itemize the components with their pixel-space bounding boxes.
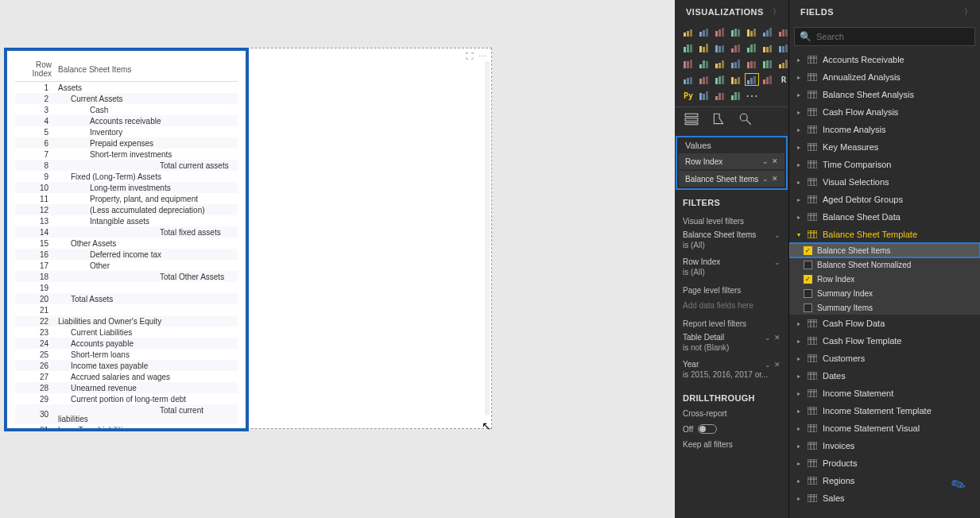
table-row[interactable]: 2Current Assets	[15, 93, 238, 104]
table-row[interactable]: 11Property, plant, and equipment	[15, 193, 238, 204]
table-row[interactable]: 3Cash	[15, 104, 238, 115]
viz-type-line-stacked-icon[interactable]	[729, 41, 743, 54]
field-table-aged-debtor-groups[interactable]: ▸Aged Debtor Groups	[789, 191, 980, 208]
chevron-down-icon[interactable]: ⌄	[762, 175, 769, 183]
expand-icon[interactable]: ▸	[796, 144, 802, 151]
expand-icon[interactable]: ▸	[796, 355, 802, 362]
field-table-sales[interactable]: ▸Sales	[789, 489, 980, 507]
viz-type-qa-icon[interactable]	[729, 89, 743, 102]
viz-type-donut-icon[interactable]	[697, 57, 711, 70]
table-row[interactable]: 25Short-term loans	[15, 349, 238, 360]
field-checkbox[interactable]	[804, 261, 812, 269]
table-row[interactable]: 4Accounts receivable	[15, 115, 238, 126]
field-table-cash-flow-template[interactable]: ▸Cash Flow Template	[789, 332, 980, 350]
table-row[interactable]: 18Total Other Assets	[15, 271, 238, 282]
expand-icon[interactable]: ▸	[796, 320, 802, 327]
filter-table-detail[interactable]: Table Detail ⌄✕	[675, 330, 788, 343]
field-column-row-index[interactable]: ✓Row Index	[789, 272, 980, 286]
viz-type-line-clustered-icon[interactable]	[713, 41, 727, 54]
viz-type-py-icon[interactable]: Py	[681, 89, 695, 102]
viz-type-card-icon[interactable]	[681, 73, 695, 86]
field-checkbox[interactable]: ✓	[804, 246, 812, 255]
well-item-balance-sheet-items[interactable]: Balance Sheet Items ⌄✕	[679, 171, 784, 187]
expand-icon[interactable]: ▸	[796, 91, 802, 99]
field-table-income-statement[interactable]: ▸Income Statement	[789, 385, 980, 402]
table-row[interactable]: 17Other	[15, 260, 238, 271]
field-table-visual-selections[interactable]: ▸Visual Selections	[789, 173, 980, 191]
table-row[interactable]: 13Intangible assets	[15, 215, 238, 226]
field-table-dates[interactable]: ▸Dates	[789, 367, 980, 385]
viz-type-kpi-icon[interactable]	[713, 73, 727, 86]
expand-icon[interactable]: ▸	[796, 390, 802, 397]
chevron-down-icon[interactable]: ⌄	[765, 361, 771, 369]
filter-year[interactable]: Year ⌄✕	[675, 357, 788, 370]
filter-row-index[interactable]: Row Index ⌄	[675, 254, 788, 268]
field-table-cash-flow-analysis[interactable]: ▸Cash Flow Analysis	[789, 103, 980, 121]
field-table-accounts-receivable[interactable]: ▸Accounts Receivable	[789, 51, 980, 68]
expand-icon[interactable]: ▸	[796, 425, 802, 432]
table-row[interactable]: 29Current portion of long-term debt	[15, 393, 238, 404]
field-table-balance-sheet-template[interactable]: ▾Balance Sheet Template	[789, 226, 980, 243]
field-table-annualized-analysis[interactable]: ▸Annualized Analysis	[789, 68, 980, 86]
field-checkbox[interactable]: ✓	[804, 275, 812, 284]
add-page-filter-placeholder[interactable]: Add data fields here	[675, 296, 788, 315]
field-table-income-analysis[interactable]: ▸Income Analysis	[789, 121, 980, 138]
field-table-time-comparison[interactable]: ▸Time Comparison	[789, 156, 980, 173]
column-header-row-index[interactable]: Row Index	[15, 57, 55, 82]
table-row[interactable]: 28Unearned revenue	[15, 382, 238, 393]
table-row[interactable]: 6Prepaid expenses	[15, 137, 238, 149]
expand-icon[interactable]: ▸	[796, 408, 802, 415]
table-row[interactable]: 15Other Assets	[15, 238, 238, 249]
table-row[interactable]: 5Inventory	[15, 126, 238, 137]
table-row[interactable]: 21	[15, 304, 238, 315]
viz-type-funnel-icon[interactable]	[761, 57, 775, 70]
field-table-balance-sheet-data[interactable]: ▸Balance Sheet Data	[789, 208, 980, 226]
field-table-balance-sheet-analysis[interactable]: ▸Balance Sheet Analysis	[789, 86, 980, 103]
expand-icon[interactable]: ▸	[796, 477, 802, 485]
expand-icon[interactable]: ▸	[796, 495, 802, 502]
viz-type-line-icon[interactable]	[777, 25, 789, 38]
table-row[interactable]: 31Long-Term Liabilities	[15, 424, 238, 428]
viz-type-clustered-bar-icon[interactable]	[697, 25, 711, 38]
chevron-down-icon[interactable]: ⌄	[762, 157, 769, 165]
expand-icon[interactable]: ▸	[796, 109, 802, 116]
more-options-icon[interactable]: ⋯	[477, 52, 488, 63]
collapse-fields-icon[interactable]: 〉	[964, 6, 972, 17]
viz-type-stacked-area-icon[interactable]	[697, 41, 711, 54]
expand-icon[interactable]: ▸	[796, 56, 802, 64]
expand-icon[interactable]: ▸	[796, 74, 802, 81]
focus-mode-icon[interactable]: ⛶	[464, 52, 475, 63]
cross-report-toggle[interactable]	[698, 424, 717, 434]
table-row[interactable]: 30Total current liabilities	[15, 404, 238, 424]
remove-field-icon[interactable]: ✕	[772, 175, 778, 183]
column-header-items[interactable]: Balance Sheet Items	[55, 57, 238, 82]
table-row[interactable]: 27Accrued salaries and wages	[15, 371, 238, 382]
viz-type-filled-map-icon[interactable]	[745, 57, 759, 70]
viz-type-scatter-icon[interactable]	[777, 41, 789, 54]
collapse-viz-icon[interactable]: 〉	[773, 6, 781, 17]
expand-icon[interactable]: ▸	[796, 179, 802, 186]
viz-type-treemap-icon[interactable]	[713, 57, 727, 70]
chevron-down-icon[interactable]: ⌄	[774, 258, 781, 266]
table-row[interactable]: 20Total Assets	[15, 293, 238, 304]
field-column-balance-sheet-items[interactable]: ✓Balance Sheet Items	[789, 243, 980, 257]
table-row[interactable]: 9Fixed (Long-Term) Assets	[15, 171, 238, 182]
table-row[interactable]: 12(Less accumulated depreciation)	[15, 204, 238, 215]
viz-type-more-icon[interactable]: ⋯	[745, 89, 759, 102]
table-visual[interactable]: Row Index Balance Sheet Items 1Assets2Cu…	[4, 48, 249, 431]
filter-balance-sheet-items[interactable]: Balance Sheet Items ⌄	[675, 227, 788, 241]
expand-icon[interactable]: ▾	[796, 231, 802, 238]
viz-type-gauge-icon[interactable]	[777, 57, 789, 70]
viz-type-multi-card-icon[interactable]	[697, 73, 711, 86]
field-column-summary-index[interactable]: Summary Index	[789, 286, 980, 300]
fields-search[interactable]: 🔍	[794, 27, 975, 46]
expand-icon[interactable]: ▸	[796, 460, 802, 467]
field-table-key-measures[interactable]: ▸Key Measures	[789, 138, 980, 156]
table-row[interactable]: 1Assets	[15, 82, 238, 94]
expand-icon[interactable]: ▸	[796, 443, 802, 450]
field-table-products[interactable]: ▸Products	[789, 454, 980, 472]
viz-type-stacked-column-100-icon[interactable]	[761, 25, 775, 38]
table-row[interactable]: 19	[15, 282, 238, 293]
field-table-income-statement-visual[interactable]: ▸Income Statement Visual	[789, 419, 980, 437]
viz-type-matrix-icon[interactable]	[761, 73, 775, 86]
